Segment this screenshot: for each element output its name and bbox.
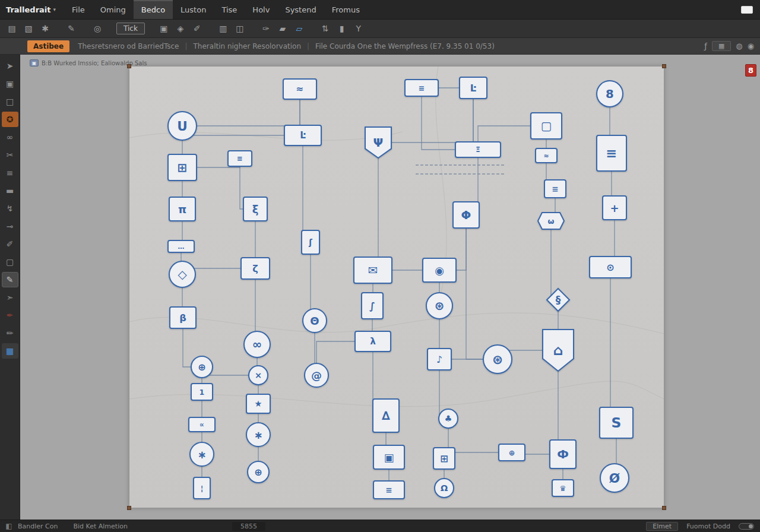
astibee-button[interactable]: Astibee: [27, 40, 69, 52]
diagram-node[interactable]: Ψ: [365, 127, 391, 158]
menu-item-fromus[interactable]: Fromus: [324, 0, 368, 19]
menu-item-tise[interactable]: Tise: [214, 0, 245, 19]
diagram-node[interactable]: ζ: [241, 258, 270, 279]
diagram-node[interactable]: Ŀ: [284, 125, 321, 145]
diagram-node[interactable]: Ω: [435, 479, 454, 498]
diagram-node[interactable]: Φ: [453, 202, 479, 228]
diagram-node[interactable]: ⊞: [433, 448, 455, 469]
diagram-node[interactable]: ≡: [228, 151, 252, 166]
anchor-tool-icon[interactable]: ✪: [2, 112, 18, 127]
diagram-node[interactable]: ∗: [246, 423, 270, 446]
diagram-node[interactable]: ⊙: [590, 256, 631, 278]
font-icon[interactable]: ƒ: [704, 42, 707, 50]
diagram-node[interactable]: ω: [538, 213, 564, 229]
diagram-node[interactable]: ◇: [169, 261, 195, 287]
grid-icon[interactable]: ▥: [216, 22, 230, 35]
artboard[interactable]: ≈≡Ŀ8UĿΨ▢≡⊞≡Ξπξ≡Φω+≈…ʃ◇ζ✉◉⊙βΘ∫⊛§λ∞⊕×@♪⊛⌂1…: [129, 66, 664, 508]
diagram-node[interactable]: ▣: [373, 445, 404, 469]
crop-tool-icon[interactable]: □: [2, 94, 18, 109]
canvas-surface[interactable]: ▣ B:B Wurked Imssio; Ealiowaldp Sals ≈≡Ŀ…: [20, 55, 760, 520]
diagram-node[interactable]: ∆: [373, 399, 399, 432]
diagram-node[interactable]: ⌂: [543, 330, 574, 371]
diagram-node[interactable]: Ŀ: [460, 77, 487, 99]
key-tool-icon[interactable]: ⊸: [2, 218, 18, 234]
menu-item-oming[interactable]: Oming: [93, 0, 134, 19]
knife-tool-icon[interactable]: ✏: [2, 325, 18, 341]
window-icon[interactable]: [741, 6, 753, 14]
ink-icon[interactable]: ✑: [259, 22, 273, 35]
diagram-node[interactable]: ξ: [243, 197, 267, 221]
diagram-node[interactable]: ∝: [189, 417, 215, 432]
cursor-tool-icon[interactable]: ➣: [2, 290, 18, 305]
app-title[interactable]: Tralledrait ▾: [0, 5, 64, 14]
red-pen-tool-icon[interactable]: ✒: [2, 308, 18, 323]
copy-icon[interactable]: ▧: [21, 22, 36, 35]
diagram-node[interactable]: ⊛: [483, 345, 512, 373]
diagram-node[interactable]: ʃ: [302, 230, 319, 254]
settings-icon[interactable]: ✱: [38, 22, 52, 35]
status-box-label[interactable]: Elmet: [646, 522, 678, 531]
shapes-icon[interactable]: ◈: [173, 22, 188, 35]
pencil-tool-icon[interactable]: ✎: [2, 272, 18, 287]
diagram-node[interactable]: ∗: [190, 442, 214, 466]
circle-icon-1[interactable]: ◍: [736, 42, 742, 50]
diagram-node[interactable]: ⊛: [426, 293, 452, 319]
fill-icon[interactable]: ▰: [276, 22, 290, 35]
pen-icon[interactable]: ✎: [64, 22, 78, 35]
diagram-node[interactable]: ≡: [373, 481, 404, 499]
diagram-node[interactable]: ⊞: [168, 154, 197, 180]
diagram-node[interactable]: ≡: [405, 80, 438, 96]
diagram-node[interactable]: ∞: [244, 331, 270, 357]
diagram-node[interactable]: ⊕: [191, 356, 213, 378]
diagram-node[interactable]: ♣: [439, 409, 458, 428]
link-tool-icon[interactable]: ∞: [2, 129, 18, 145]
diagram-node[interactable]: ⊕: [499, 444, 525, 461]
diagram-node[interactable]: +: [603, 196, 626, 220]
diagram-node[interactable]: 8: [597, 81, 623, 107]
frame-tool-icon[interactable]: ▢: [2, 254, 18, 270]
diagram-node[interactable]: U: [168, 112, 197, 140]
diagram-node[interactable]: λ: [355, 331, 391, 352]
select-tool-icon[interactable]: ➤: [2, 58, 18, 74]
diagram-node[interactable]: ≡: [597, 135, 626, 171]
diagram-node[interactable]: Ξ: [455, 142, 501, 157]
menu-item-luston[interactable]: Luston: [173, 0, 214, 19]
pen-tool-icon[interactable]: ✐: [2, 236, 18, 252]
diagram-node[interactable]: ✉: [354, 257, 392, 283]
artboard-handle[interactable]: [127, 64, 131, 68]
eye-icon[interactable]: ◎: [90, 22, 104, 35]
menu-item-holv[interactable]: Holv: [245, 0, 277, 19]
layers-icon[interactable]: ▱: [292, 22, 306, 35]
diagram-node[interactable]: S: [600, 407, 633, 438]
diagram-node[interactable]: …: [168, 240, 194, 252]
circle-icon-2[interactable]: ◉: [748, 42, 754, 50]
diagram-node[interactable]: Ø: [600, 464, 629, 492]
diagram-node[interactable]: 1: [191, 384, 213, 400]
grid-view-tool-icon[interactable]: ▦: [2, 343, 18, 359]
diagram-node[interactable]: ×: [249, 366, 268, 385]
diagram-node[interactable]: ★: [246, 394, 270, 413]
diagram-node[interactable]: β: [170, 307, 196, 328]
artboard-handle[interactable]: [127, 506, 131, 510]
swap-icon[interactable]: ⇅: [318, 22, 332, 35]
diagram-node[interactable]: ≈: [283, 79, 316, 99]
diagram-node[interactable]: π: [169, 197, 195, 221]
diagram-node[interactable]: ∫: [362, 293, 383, 319]
tick-button[interactable]: Tick: [116, 23, 145, 34]
diagram-node[interactable]: @: [305, 363, 328, 387]
diagram-node[interactable]: ▢: [531, 113, 562, 139]
pencil-icon[interactable]: ✐: [190, 22, 204, 35]
panel-icon[interactable]: ▦: [712, 41, 731, 51]
page-tool-icon[interactable]: ▣: [2, 76, 18, 91]
lines-tool-icon[interactable]: ≡: [2, 165, 18, 180]
stamp-icon[interactable]: ▣: [157, 22, 171, 35]
diagram-node[interactable]: ≈: [536, 148, 557, 163]
diagram-node[interactable]: ⊕: [248, 461, 269, 483]
diagram-node[interactable]: Ф: [550, 440, 576, 468]
diagram-node[interactable]: ♪: [428, 349, 451, 370]
diagram-node[interactable]: Θ: [303, 309, 327, 332]
artboard-handle[interactable]: [662, 506, 666, 510]
curve-tool-icon[interactable]: ↯: [2, 201, 18, 216]
diagram-node[interactable]: §: [547, 289, 569, 311]
notification-badge[interactable]: 8: [745, 64, 756, 77]
